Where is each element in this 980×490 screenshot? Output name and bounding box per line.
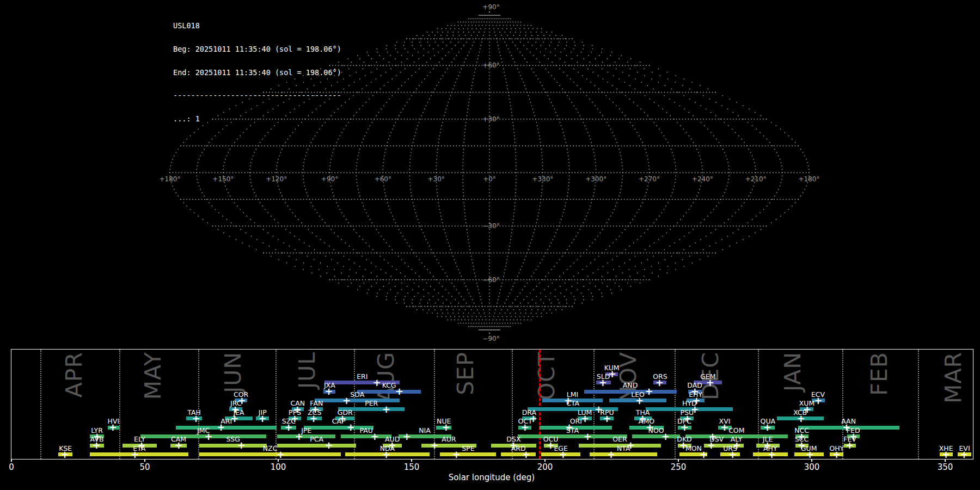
shower-peak-marker: + xyxy=(521,422,529,432)
shower-peak-marker: + xyxy=(325,440,333,450)
shower-peak-marker: + xyxy=(217,422,225,432)
shower-peak-marker: + xyxy=(231,414,239,423)
shower-peak-marker: + xyxy=(691,405,699,414)
month-label: JUL xyxy=(296,352,318,389)
month-boundary-line xyxy=(354,350,355,459)
shower-code-label: NZC xyxy=(263,445,278,452)
shower-peak-marker: + xyxy=(452,450,461,459)
shower-bar xyxy=(199,452,341,456)
shower-code-label: KCG xyxy=(382,382,396,389)
axis-tick-label: 350 xyxy=(938,462,953,472)
lat-label: +30° xyxy=(482,115,499,123)
lon-label: +330° xyxy=(532,175,553,183)
shower-peak-marker: + xyxy=(259,414,267,423)
shower-code-label: COM xyxy=(728,427,744,434)
shower-peak-marker: + xyxy=(656,378,664,387)
shower-peak-marker: + xyxy=(681,422,689,432)
sky-map-sinusoidal-projection: +180°+150°+120°+90°+60°+30°+0°+330°+300°… xyxy=(0,0,980,359)
axis-tick xyxy=(411,459,412,462)
shower-peak-marker: + xyxy=(175,440,183,450)
lat-label: +90° xyxy=(482,3,499,11)
x-axis-title: Solar longitude (deg) xyxy=(449,473,535,482)
axis-tick xyxy=(811,459,812,462)
shower-code-label: AUR xyxy=(442,436,456,443)
lon-label: +90° xyxy=(321,175,338,183)
header-separator: -------------------------------------- xyxy=(173,91,341,99)
month-boundary-line xyxy=(758,350,759,459)
shower-peak-marker: + xyxy=(814,396,822,405)
shower-bar xyxy=(140,434,266,438)
month-label: MAY xyxy=(142,352,164,400)
shower-bar xyxy=(277,444,356,448)
month-boundary-line xyxy=(275,350,277,459)
shower-code-label: SDA xyxy=(350,391,364,399)
shower-peak-marker: + xyxy=(529,414,537,423)
end-time-line: End: 20251011 11:35:40 (sol = 198.06°) xyxy=(173,69,341,76)
axis-tick-label: 300 xyxy=(804,462,820,472)
app-window: +180°+150°+120°+90°+60°+30°+0°+330°+300°… xyxy=(0,0,980,490)
shower-peak-marker: + xyxy=(395,387,403,396)
shower-code-label: OER xyxy=(612,436,627,443)
axis-tick-label: 50 xyxy=(139,462,150,472)
shower-peak-marker: + xyxy=(347,422,355,432)
lon-label: +210° xyxy=(745,175,767,183)
axis-tick-label: 250 xyxy=(671,462,687,472)
lon-label: +120° xyxy=(266,175,287,183)
shower-peak-marker: + xyxy=(310,414,318,423)
shower-peak-marker: + xyxy=(205,432,213,441)
axis-tick xyxy=(144,459,145,462)
shower-peak-marker: + xyxy=(564,396,572,405)
shower-peak-marker: + xyxy=(635,396,644,405)
shower-peak-marker: + xyxy=(60,450,69,459)
lon-label: +0° xyxy=(483,175,496,183)
shower-peak-marker: + xyxy=(832,450,841,459)
month-boundary-line xyxy=(675,350,676,459)
shower-peak-marker: + xyxy=(679,440,688,450)
shower-peak-marker: + xyxy=(237,440,246,450)
shower-code-label: SPE xyxy=(462,445,474,452)
shower-bar xyxy=(584,390,677,394)
lon-label: +270° xyxy=(639,175,660,183)
shower-peak-marker: + xyxy=(706,378,714,387)
lat-label: −30° xyxy=(482,222,499,230)
axis-tick-label: 0 xyxy=(9,462,14,472)
shower-peak-marker: + xyxy=(720,422,728,432)
shower-peak-marker: + xyxy=(403,432,411,441)
month-boundary-line xyxy=(918,350,919,459)
shower-peak-marker: + xyxy=(109,422,117,432)
shower-peak-marker: + xyxy=(607,450,615,459)
shower-peak-marker: + xyxy=(277,450,285,459)
lat-label: −90° xyxy=(482,335,499,342)
shower-peak-marker: + xyxy=(728,450,737,459)
shower-bar xyxy=(341,434,391,438)
axis-tick-label: 100 xyxy=(271,462,286,472)
shower-peak-marker: + xyxy=(768,450,776,459)
shower-code-label: PCA xyxy=(310,436,323,443)
shower-peak-marker: + xyxy=(846,440,854,450)
lon-label: +240° xyxy=(692,175,713,183)
lon-label: +180° xyxy=(799,175,820,183)
shower-peak-marker: + xyxy=(371,432,379,441)
shower-bar xyxy=(590,452,657,456)
shower-peak-marker: + xyxy=(645,387,653,396)
shower-peak-marker: + xyxy=(339,414,347,423)
month-boundary-line xyxy=(40,350,41,459)
shower-bar xyxy=(277,434,335,438)
shower-peak-marker: + xyxy=(442,422,450,432)
lon-label: +150° xyxy=(212,175,234,183)
shower-bar xyxy=(501,452,536,456)
shower-peak-marker: + xyxy=(707,440,715,450)
shower-peak-marker: + xyxy=(661,432,670,441)
shower-bar xyxy=(90,452,188,456)
axis-tick xyxy=(678,459,679,462)
month-label: APR xyxy=(63,352,85,397)
shower-peak-marker: + xyxy=(547,440,555,450)
axis-tick-label: 150 xyxy=(404,462,420,472)
lon-label: +60° xyxy=(375,175,391,183)
lon-label: +180° xyxy=(160,175,181,183)
lat-label: −60° xyxy=(482,276,499,284)
shower-peak-marker: + xyxy=(608,369,616,378)
shower-peak-marker: + xyxy=(559,450,567,459)
shower-code-label: PER xyxy=(365,400,378,407)
shower-peak-marker: + xyxy=(522,450,530,459)
